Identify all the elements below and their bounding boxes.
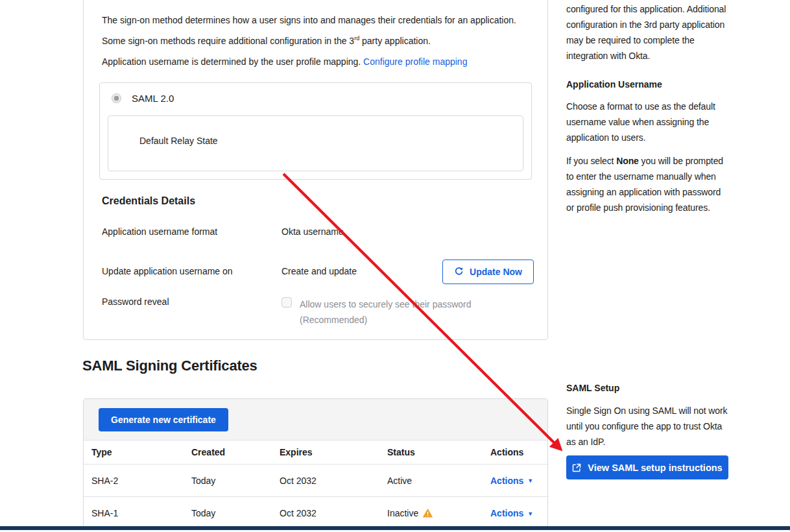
username-format-row: Application username format Okta usernam… xyxy=(102,226,532,237)
credentials-details-heading: Credentials Details xyxy=(102,195,532,207)
actions-label: Actions xyxy=(490,476,523,486)
table-row: SHA-1 Today Oct 2032 Inactive Actions ▼ xyxy=(84,497,547,529)
p2-none-bold: None xyxy=(616,156,639,166)
header-created: Created xyxy=(184,447,272,457)
actions-label: Actions xyxy=(490,508,523,518)
update-username-label: Update application username on xyxy=(102,266,281,276)
certificates-table-header: Type Created Expires Status Actions xyxy=(84,441,547,465)
application-username-heading: Application Username xyxy=(566,79,731,90)
certificates-card-toolbar: Generate new certificate xyxy=(84,399,547,441)
actions-dropdown-button[interactable]: Actions ▼ xyxy=(490,508,533,518)
checkbox-text-line1: Allow users to securely see their passwo… xyxy=(300,296,472,312)
header-type: Type xyxy=(84,447,184,457)
intro-text-part2: party application. xyxy=(359,36,431,46)
username-format-label: Application username format xyxy=(102,226,281,237)
password-reveal-label: Password reveal xyxy=(102,296,281,328)
header-status: Status xyxy=(379,447,483,457)
saml-setup-paragraph: Single Sign On using SAML will not work … xyxy=(566,403,731,450)
view-saml-setup-instructions-label: View SAML setup instructions xyxy=(588,463,722,473)
password-reveal-checkbox[interactable] xyxy=(281,297,292,308)
sign-on-methods-panel: The sign-on method determines how a user… xyxy=(83,0,548,340)
actions-dropdown-button[interactable]: Actions ▼ xyxy=(490,476,533,486)
view-saml-setup-instructions-button[interactable]: View SAML setup instructions xyxy=(566,455,728,479)
password-reveal-checkbox-text: Allow users to securely see their passwo… xyxy=(300,296,472,328)
update-now-label: Update Now xyxy=(470,267,522,277)
chevron-down-icon: ▼ xyxy=(527,478,533,484)
username-format-value: Okta username xyxy=(281,226,344,237)
update-username-row: Update application username on Create an… xyxy=(102,266,532,276)
certificates-card: Generate new certificate Type Created Ex… xyxy=(83,398,548,529)
warning-icon xyxy=(423,509,433,518)
saml-radio-row: SAML 2.0 xyxy=(108,92,523,105)
generate-new-certificate-button[interactable]: Generate new certificate xyxy=(99,408,228,431)
application-username-paragraph-2: If you select None you will be prompted … xyxy=(566,153,731,215)
p2-prefix: If you select xyxy=(566,156,616,166)
cert-status: Active xyxy=(379,476,483,486)
saml-setup-heading: SAML Setup xyxy=(566,383,731,393)
refresh-icon xyxy=(454,267,464,276)
saml-method-card: SAML 2.0 Default Relay State xyxy=(99,82,532,180)
cert-status: Inactive xyxy=(379,508,483,518)
profile-mapping-line: Application username is determined by th… xyxy=(102,55,532,68)
cert-created: Today xyxy=(184,476,272,486)
cert-actions-cell: Actions ▼ xyxy=(483,508,547,518)
header-actions: Actions xyxy=(483,447,547,457)
help-sidebar: configured for this application. Additio… xyxy=(566,0,731,532)
status-text: Inactive xyxy=(387,508,418,518)
password-reveal-row: Password reveal Allow users to securely … xyxy=(102,296,532,328)
update-now-button[interactable]: Update Now xyxy=(442,260,534,284)
configure-profile-mapping-link[interactable]: Configure profile mapping xyxy=(363,56,467,67)
cert-expires: Oct 2032 xyxy=(272,476,379,486)
bottom-edge-bar xyxy=(0,526,790,530)
cert-type: SHA-2 xyxy=(84,476,184,486)
cert-type: SHA-1 xyxy=(84,508,184,518)
intro-ordinal-sup: rd xyxy=(354,35,359,42)
default-relay-state-label: Default Relay State xyxy=(139,136,218,146)
intro-text-part1: The sign-on method determines how a user… xyxy=(102,15,516,46)
default-relay-state-field[interactable]: Default Relay State xyxy=(108,115,523,171)
saml-radio-label: SAML 2.0 xyxy=(132,93,174,104)
profile-mapping-text: Application username is determined by th… xyxy=(102,56,363,67)
saml-signing-certificates-heading: SAML Signing Certificates xyxy=(82,357,257,374)
page: { "colors": { "primary_blue": "#1662dd",… xyxy=(0,0,790,532)
external-link-icon xyxy=(572,463,581,472)
sign-on-intro-text: The sign-on method determines how a user… xyxy=(102,11,521,50)
checkbox-text-line2: (Recommended) xyxy=(300,312,472,328)
application-username-paragraph-1: Choose a format to use as the default us… xyxy=(566,99,731,145)
cert-actions-cell: Actions ▼ xyxy=(483,476,547,486)
update-username-value: Create and update xyxy=(281,266,357,276)
cert-created: Today xyxy=(184,508,272,518)
table-row: SHA-2 Today Oct 2032 Active Actions ▼ xyxy=(84,465,547,497)
password-reveal-checkbox-group: Allow users to securely see their passwo… xyxy=(281,296,472,328)
sidebar-top-paragraph: configured for this application. Additio… xyxy=(566,1,731,64)
chevron-down-icon: ▼ xyxy=(527,511,533,517)
cert-expires: Oct 2032 xyxy=(272,508,379,518)
saml-radio-button[interactable] xyxy=(112,93,121,103)
header-expires: Expires xyxy=(272,447,379,457)
status-text: Active xyxy=(387,476,412,486)
